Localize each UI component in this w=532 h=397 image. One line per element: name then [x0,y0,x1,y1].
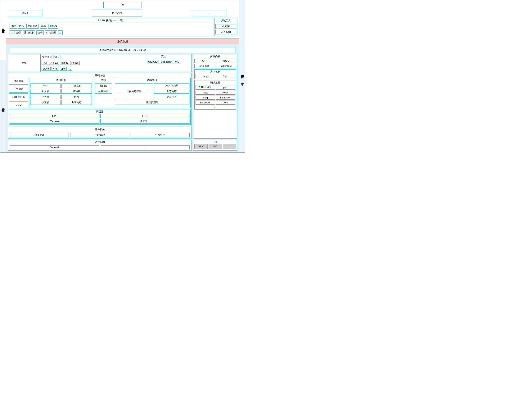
nfs-box: NFS [51,67,59,71]
network-section: 网络 [8,54,41,72]
ext-comm-mech: 通信机制 Liteipc Pipe [194,69,236,79]
posix-fs: 文件系统 [26,24,39,29]
multicore-section: 多核 核间锁 死锁检测 [94,78,113,108]
ext-kernel-title: 扩展内核 [193,54,237,59]
posix-memmgr: 内存管理 [10,31,22,35]
debug-tools-title: 调试工具 [215,18,237,23]
i2c-box: I2C [209,144,222,149]
signal-box: 信号 [62,95,92,99]
ramfs-box: Ramfs [60,61,69,65]
event-box: 事件 [30,83,61,88]
lms-box: LMS [216,100,235,105]
scheduler-title: 调度器 [9,109,190,114]
user-process-box: 用户进程 [92,10,142,17]
pipe-box: Pipe [216,74,235,78]
comm-mech-section: 通信机制 事件 消息队列 互斥锁 读写锁 信号量 信号 快速锁 共享内存 [29,78,93,108]
gpio-box: GPIO [194,144,208,149]
core-lock-box: 核间锁 [95,83,112,88]
hw-arch-dots: ... [101,145,190,149]
vfs-box: VFS [53,55,60,59]
physical-page-box: 物理页管理 [115,100,189,105]
posix-dots: ... [58,31,63,35]
posix-linker: 链接器 [48,24,58,29]
mutex-box: 互斥锁 [30,89,61,94]
time-manage-box: 时间管理 [10,133,69,137]
perf-box: perf [216,85,235,90]
sharedmem-box: 共享内存 [62,100,92,105]
syscall-bar: 系统调用 [6,39,239,44]
soft-timer-box: 软件定时器 [9,93,28,100]
shell-box: Shell [8,10,42,16]
hilog-box: hilog [196,96,215,99]
deadlock-box: 死锁检测 [95,89,112,94]
fs-dots: ... [68,67,72,71]
posix-thread: 线程 [18,24,25,29]
kernel-space-label: 内核空间 [0,60,6,152]
vid-box: VID [174,60,180,64]
hw-related-section: 硬件相关 时间管理 中断管理 异常处理 [8,127,192,138]
capability-box: Capability [160,60,173,64]
hidumper-box: hidumper [216,96,235,99]
dyn-mem-box: 动态内存 [154,89,189,94]
tickless-box: Tickless [10,119,99,124]
multicore-title: 多核 [94,78,113,82]
cpu-usage-box: CPU占用率 [196,85,215,90]
posix-title: POSIX 接口(musl c 库) [8,18,213,23]
fastlock-box: 快速锁 [30,100,61,105]
posix-network: 网络 [40,24,47,29]
sched-stats-box: 调度统计 [100,119,190,124]
vdso-box: VDSO [216,59,236,63]
debug-tools-user: 调试工具 栈回溯 内存检测 [214,18,237,36]
security-title: 安全 [136,54,192,59]
static-mem-box: 静态内存 [154,95,189,99]
user-space-label: 用户空间 [0,0,6,54]
hpf-box: HPF [10,114,99,118]
ext-debug-title: 调试工具 [195,81,236,85]
posix-signal: 信号 [36,31,44,35]
dyn-load-box: 动态加载 [194,64,215,68]
fat-box: FAT [42,61,48,65]
posix-comm: 通信机制 [23,31,35,35]
basic-kernel-title: 基础内核 [8,73,192,78]
rootfs-box: Rootfs [70,61,80,65]
hw-arch-title: 硬件架构 [8,140,192,144]
vmm-box: 虚拟内存管理 [115,83,153,99]
idle-box: IDLE [100,114,190,118]
semaphore-box: 信号量 [30,95,61,99]
security-section: 安全 UID/GID Capability VID [136,54,192,72]
basic-kernel-section: 基础内核 进程管理 任务管理 软件定时器 OOM [8,73,192,126]
mem-manage-title: 内存管理 [114,78,190,82]
comm-mech-title: 通信机制 [29,78,93,82]
exception-box: 异常处理 [131,133,190,137]
zpfs-box: zpfs [60,67,67,71]
uid-gid-box: UID/GID [147,60,159,64]
hdf-title: HDF [193,140,237,144]
posix-time: 时间管理 [45,31,57,35]
irq-manage-box: 中断管理 [70,133,129,137]
hdf-dots: ... [223,144,236,149]
stack-trace-box: 栈回溯 [216,24,236,29]
ext-debug-tools: 调试工具 CPU占用率 perf Trace Hook hilog hidump… [194,80,236,110]
mem-check-box: 内存检测 [216,30,236,34]
low-power-box: 低功耗框架 [216,64,236,68]
scheduler-section: 调度器 HPF IDLE Tickless 调度统计 [9,109,191,125]
cortex-a-box: Cortex-A [10,145,99,149]
kernel-c-lib-label: 内核 C 库 [239,0,245,152]
syscall-adapter: 系统调用适配层(POSIX接口、LiteOS接口) [10,47,235,53]
ext-kernel-section: 扩展内核 C++ VDSO 动态加载 低功耗框架 通信机制 Lite [193,54,237,139]
posix-process: 进程 [10,24,17,29]
hw-arch-section: 硬件架构 Cortex-A ... [8,140,192,150]
process-manage-box: 进程管理 [9,78,28,85]
cpp-box: C++ [194,59,215,63]
blackbox-box: blackbox [196,100,215,105]
hw-related-title: 硬件相关 [8,127,192,132]
ext-comm-title: 通信机制 [195,69,236,74]
mem-manage-section: 内存管理 虚拟内存管理 堆内存管理 动态内存 静态内存 [114,78,191,108]
trace-box: Trace [196,91,215,95]
task-manage-box: 任务管理 [9,86,28,93]
dots-box: ... [192,10,226,16]
oom-box: OOM [9,101,28,108]
debug-dots: ... [195,105,236,109]
msgqueue-box: 消息队列 [62,83,92,88]
rwlock-box: 读写锁 [62,89,92,94]
